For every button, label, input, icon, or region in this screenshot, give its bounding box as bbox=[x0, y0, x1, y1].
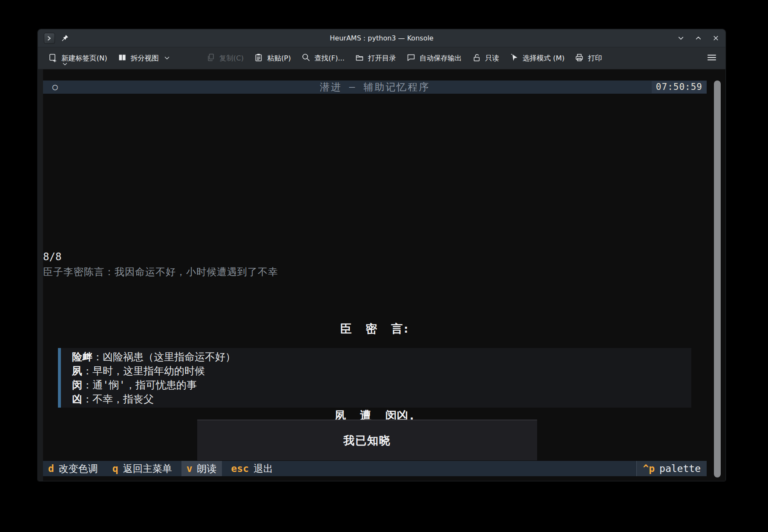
annotation-line: 险衅：凶险祸患（这里指命运不好） bbox=[72, 350, 691, 364]
read-only-button[interactable]: 只读 bbox=[467, 49, 504, 67]
menu-button[interactable] bbox=[703, 49, 720, 67]
pin-icon[interactable] bbox=[61, 34, 69, 42]
print-button[interactable]: 打印 bbox=[570, 49, 607, 67]
window-title: HeurAMS : python3 — Konsole bbox=[38, 34, 725, 42]
select-mode-button[interactable]: 选择模式 (M) bbox=[504, 49, 570, 67]
unlock-icon bbox=[472, 53, 481, 64]
printer-icon bbox=[575, 53, 584, 64]
maximize-button[interactable] bbox=[695, 35, 702, 42]
key-hint-bar: d 改变色调 q 返回主菜单 v 朗读 esc 退出 ^p palette bbox=[43, 461, 707, 476]
paste-icon bbox=[254, 53, 263, 64]
cursor-arrow-icon bbox=[509, 53, 519, 64]
find-button[interactable]: 查找(F)... bbox=[296, 49, 350, 67]
hint-main-menu[interactable]: q 返回主菜单 bbox=[107, 461, 177, 476]
hamburger-icon bbox=[707, 53, 717, 64]
chevron-down-icon bbox=[63, 60, 67, 68]
copy-icon bbox=[206, 53, 216, 64]
copy-button: 复制(C) bbox=[201, 49, 249, 67]
chevron-down-icon bbox=[164, 56, 170, 60]
terminal-view: ○ 潜进 – 辅助记忆程序 07:50:59 8/8 臣子李密陈言：我因命运不好… bbox=[38, 69, 725, 481]
titlebar: HeurAMS : python3 — Konsole bbox=[38, 29, 725, 47]
hint-palette[interactable]: ^p palette bbox=[636, 461, 707, 476]
tui-header-bar: ○ 潜进 – 辅助记忆程序 07:50:59 bbox=[43, 81, 707, 94]
annotation-box: 险衅：凶险祸患（这里指命运不好） 夙：早时，这里指年幼的时候 闵：通'悯'，指可… bbox=[58, 348, 691, 408]
poem-line: 臣 密 言: bbox=[43, 322, 707, 336]
translation-line: 臣子李密陈言：我因命运不好，小时候遭遇到了不幸 bbox=[43, 265, 278, 279]
autosave-output-button[interactable]: 自动保存输出 bbox=[401, 49, 467, 67]
toolbar: 新建标签页(N) 拆分视图 复制(C) 粘贴(P) bbox=[38, 47, 725, 69]
minimize-button[interactable] bbox=[677, 35, 685, 42]
hint-read-aloud[interactable]: v 朗读 bbox=[181, 461, 222, 476]
output-bubble-icon bbox=[406, 53, 416, 64]
scrollbar-thumb[interactable] bbox=[714, 81, 721, 477]
hint-change-theme[interactable]: d 改变色调 bbox=[43, 461, 103, 476]
annotation-line: 夙：早时，这里指年幼的时候 bbox=[72, 364, 691, 378]
annotation-line: 凶：不幸，指丧父 bbox=[72, 392, 691, 406]
new-tab-button[interactable]: 新建标签页(N) bbox=[43, 49, 112, 67]
hint-exit[interactable]: esc 退出 bbox=[226, 461, 279, 476]
paste-button[interactable]: 粘贴(P) bbox=[249, 49, 296, 67]
close-button[interactable] bbox=[712, 35, 719, 42]
konsole-window: HeurAMS : python3 — Konsole 新建标签页(N) bbox=[37, 29, 726, 481]
split-view-button[interactable]: 拆分视图 bbox=[112, 49, 175, 67]
konsole-app-icon bbox=[44, 33, 55, 44]
terminal-left-margin bbox=[38, 69, 43, 481]
progress-counter: 8/8 bbox=[43, 251, 61, 263]
new-tab-icon bbox=[48, 53, 58, 64]
open-directory-button[interactable]: 打开目录 bbox=[350, 49, 401, 67]
tui-clock: 07:50:59 bbox=[652, 81, 707, 93]
split-view-icon bbox=[118, 53, 127, 64]
tui-app-title: 潜进 – 辅助记忆程序 bbox=[43, 81, 707, 94]
folder-icon bbox=[355, 53, 364, 64]
acknowledge-button[interactable]: 我已知晓 bbox=[197, 420, 537, 460]
search-icon bbox=[301, 53, 311, 64]
annotation-line: 闵：通'悯'，指可忧患的事 bbox=[72, 378, 691, 392]
